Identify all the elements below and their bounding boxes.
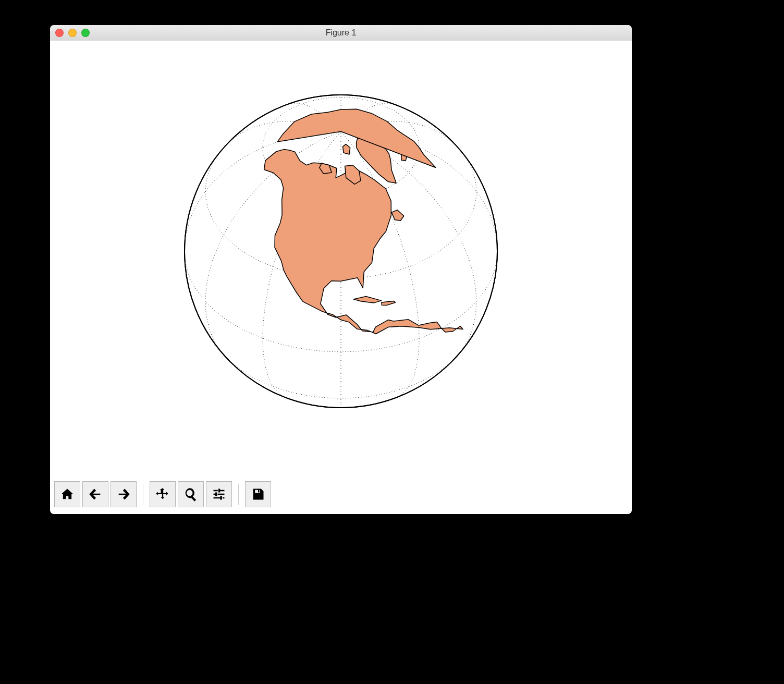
configure-button[interactable]	[206, 481, 232, 507]
home-icon	[60, 487, 75, 502]
arrow-left-icon	[88, 487, 103, 502]
nav-toolbar	[50, 474, 632, 514]
search-icon	[183, 487, 198, 502]
toolbar-separator	[143, 484, 143, 505]
arrow-right-icon	[116, 487, 131, 502]
minimize-icon[interactable]	[68, 29, 77, 37]
plot-canvas[interactable]	[50, 41, 632, 474]
pan-button[interactable]	[150, 481, 176, 507]
close-icon[interactable]	[55, 29, 64, 37]
home-button[interactable]	[54, 481, 80, 507]
zoom-icon[interactable]	[81, 29, 90, 37]
save-button[interactable]	[245, 481, 271, 507]
move-icon	[155, 487, 170, 502]
back-button[interactable]	[82, 481, 108, 507]
window-title: Figure 1	[326, 28, 357, 38]
figure-window: Figure 1	[50, 25, 632, 514]
forward-button[interactable]	[111, 481, 137, 507]
save-icon	[251, 487, 265, 502]
zoom-button[interactable]	[178, 481, 204, 507]
window-controls	[55, 29, 90, 37]
sliders-icon	[212, 487, 226, 502]
toolbar-separator	[238, 484, 239, 505]
globe-map	[50, 41, 632, 468]
titlebar[interactable]: Figure 1	[50, 25, 632, 41]
